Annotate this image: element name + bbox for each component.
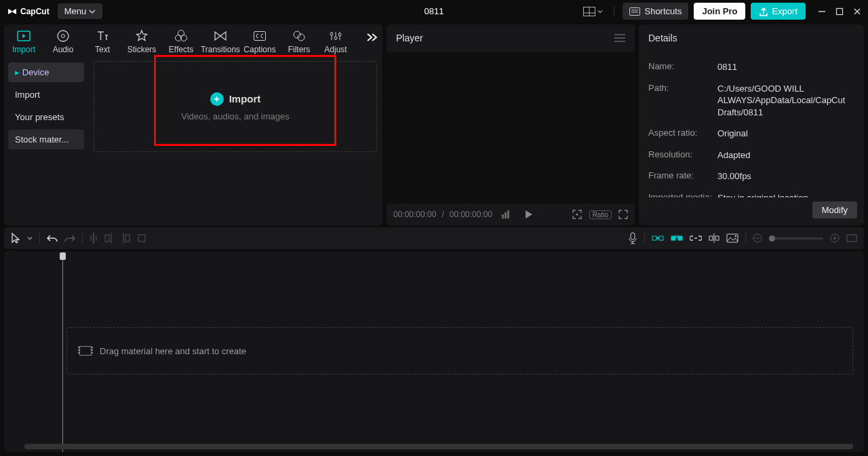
chevron-down-icon <box>89 8 96 15</box>
svg-point-17 <box>330 33 333 35</box>
tab-text[interactable]: Text <box>83 27 122 54</box>
tab-adjust[interactable]: Adjust <box>319 27 353 54</box>
svg-rect-51 <box>847 235 856 242</box>
player-controls: 00:00:00:00 / 00:00:00:00 Ratio <box>387 204 635 225</box>
svg-rect-3 <box>630 7 640 15</box>
preview-axis-button[interactable] <box>709 233 719 244</box>
link-button[interactable] <box>690 235 702 242</box>
timeline-playhead[interactable] <box>62 254 63 452</box>
play-icon <box>525 210 533 219</box>
text-tab-icon <box>96 30 109 42</box>
redo-button[interactable] <box>64 233 75 243</box>
zoom-in-button[interactable] <box>830 233 840 243</box>
split-button[interactable] <box>90 233 98 244</box>
select-tool[interactable] <box>11 233 20 244</box>
svg-rect-44 <box>727 234 738 242</box>
import-dropzone[interactable]: + Import Videos, audios, and images <box>94 61 377 152</box>
app-logo: CapCut <box>7 6 50 17</box>
sidebar-item-import[interactable]: Import <box>8 85 84 104</box>
svg-rect-34 <box>138 235 145 242</box>
player-menu-button[interactable] <box>614 34 625 42</box>
zoom-slider-thumb[interactable] <box>769 235 775 242</box>
player-header: Player <box>396 33 423 43</box>
select-tool-dropdown[interactable] <box>27 235 33 241</box>
tabs-more-button[interactable] <box>366 33 378 42</box>
stickers-tab-icon <box>135 29 149 43</box>
sidebar-item-stock[interactable]: Stock mater... <box>8 130 84 149</box>
svg-point-19 <box>338 33 341 36</box>
separator <box>745 233 746 244</box>
player-play-button[interactable] <box>525 210 533 219</box>
player-ratio-button[interactable]: Ratio <box>589 210 612 219</box>
undo-button[interactable] <box>47 233 58 243</box>
split-icon <box>90 233 98 244</box>
player-scale-button[interactable] <box>572 209 583 220</box>
redo-icon <box>64 233 75 243</box>
sidebar-item-presets[interactable]: Your presets <box>8 107 84 127</box>
window-close-button[interactable] <box>853 7 861 16</box>
modify-button[interactable]: Modify <box>812 202 857 218</box>
scale-icon <box>572 209 583 220</box>
title-bar: CapCut Menu 0811 Shortcuts Join Pro Expo… <box>0 0 868 22</box>
minimize-icon <box>818 7 826 16</box>
player-time-total: 00:00:00:00 <box>450 210 492 219</box>
media-tabs: Import Audio Text Stickers Effects <box>4 24 382 56</box>
tab-captions[interactable]: Captions <box>240 27 279 54</box>
zoom-out-button[interactable] <box>753 233 762 243</box>
tab-transitions[interactable]: Transitions <box>201 27 240 54</box>
detail-row-aspect: Aspect ratio:Original <box>648 128 854 140</box>
undo-icon <box>47 233 58 243</box>
sidebar-item-device[interactable]: ▸ Device <box>8 62 84 82</box>
magnet-main-button[interactable] <box>652 234 664 242</box>
timeline[interactable]: Drag material here and start to create <box>4 251 864 452</box>
tab-audio[interactable]: Audio <box>43 27 83 54</box>
tab-import[interactable]: Import <box>4 27 43 54</box>
tab-effects[interactable]: Effects <box>161 27 201 54</box>
svg-point-38 <box>657 238 659 240</box>
record-voiceover-button[interactable] <box>628 232 637 244</box>
zoom-slider[interactable] <box>769 238 823 240</box>
separator <box>82 233 83 244</box>
detail-row-name: Name:0811 <box>648 61 854 73</box>
shortcuts-button[interactable]: Shortcuts <box>623 3 688 20</box>
capcut-logo-icon <box>7 6 18 17</box>
media-panel: Import Audio Text Stickers Effects <box>4 24 382 225</box>
svg-rect-42 <box>709 236 713 240</box>
tab-stickers[interactable]: Stickers <box>122 27 161 54</box>
svg-rect-23 <box>502 214 504 218</box>
delete-left-icon <box>104 233 114 244</box>
detail-row-fps: Frame rate:30.00fps <box>648 170 854 183</box>
svg-rect-24 <box>505 212 507 218</box>
menu-button[interactable]: Menu <box>58 3 103 19</box>
layout-button[interactable] <box>580 4 606 19</box>
tab-filters[interactable]: Filters <box>279 27 319 54</box>
import-tab-icon <box>17 31 31 41</box>
svg-point-45 <box>735 235 736 237</box>
import-title: Import <box>229 93 261 104</box>
player-fullscreen-button[interactable] <box>618 210 628 219</box>
magnet-main-icon <box>652 234 664 242</box>
timeline-scrollbar[interactable] <box>24 444 853 449</box>
fullscreen-icon <box>618 210 628 219</box>
timeline-scrollbar-thumb[interactable] <box>24 444 853 449</box>
player-panel: Player 00:00:00:00 / 00:00:00:00 Ratio <box>387 24 635 225</box>
cover-button[interactable] <box>726 233 738 243</box>
cursor-icon <box>11 233 20 244</box>
crop-button[interactable] <box>137 233 146 243</box>
join-pro-button[interactable]: Join Pro <box>694 3 745 20</box>
tab-label: Effects <box>169 45 193 54</box>
zoom-out-icon <box>753 233 762 243</box>
delete-left-button[interactable] <box>104 233 114 244</box>
delete-right-button[interactable] <box>121 233 130 244</box>
zoom-fit-button[interactable] <box>846 234 857 242</box>
export-icon <box>759 7 768 16</box>
export-button[interactable]: Export <box>751 3 806 20</box>
details-panel: Details Name:0811 Path:C:/Users/GOOD WIL… <box>639 24 864 225</box>
bars-icon <box>502 210 513 218</box>
player-quality-button[interactable] <box>502 210 513 218</box>
media-sidebar: ▸ Device Import Your presets Stock mater… <box>4 56 88 225</box>
player-viewport[interactable] <box>387 52 635 204</box>
window-minimize-button[interactable] <box>818 7 826 16</box>
magnet-auto-button[interactable] <box>671 233 683 243</box>
window-maximize-button[interactable] <box>835 7 844 16</box>
